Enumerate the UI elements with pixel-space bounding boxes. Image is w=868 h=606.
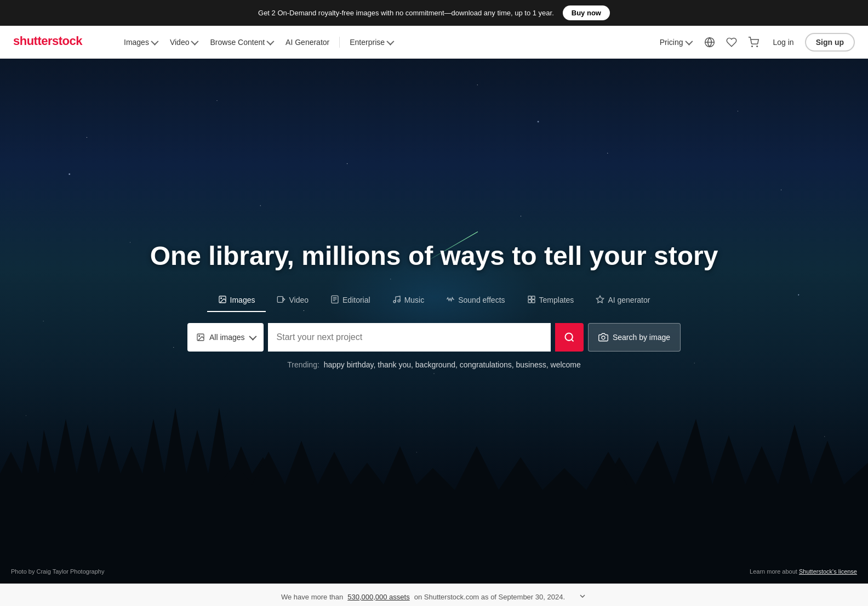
hero-section: One library, millions of ways to tell yo…: [0, 59, 868, 584]
chevron-down-icon: [578, 592, 587, 601]
svg-rect-10: [278, 296, 283, 302]
svg-point-3: [756, 46, 757, 47]
trending-section: Trending: happy birthday, thank you, bac…: [11, 360, 857, 369]
nav-right: Pricing Log in Sign up: [654, 33, 855, 52]
photo-credit-prefix: Photo by: [11, 568, 35, 575]
pricing-chevron-icon: [685, 37, 693, 45]
bottom-text-prefix: We have more than: [281, 593, 343, 601]
svg-point-2: [751, 46, 752, 47]
nav-ai-generator[interactable]: AI Generator: [280, 33, 335, 51]
camera-search-icon: [598, 332, 608, 342]
svg-marker-6: [603, 419, 868, 584]
video-chevron-icon: [191, 37, 199, 45]
assets-count-link[interactable]: 530,000,000 assets: [347, 593, 409, 601]
nav-divider: [339, 37, 340, 48]
svg-point-17: [398, 299, 400, 302]
tab-sound-effects-label: Sound effects: [458, 296, 505, 304]
svg-rect-21: [532, 299, 534, 302]
tab-images[interactable]: Images: [207, 290, 266, 312]
search-type-chevron-icon: [249, 332, 256, 340]
search-by-image-button[interactable]: Search by image: [588, 323, 681, 352]
heart-icon: [726, 37, 737, 48]
photo-credit-author: Craig Taylor Photography: [36, 568, 104, 575]
favorites-icon-button[interactable]: [723, 33, 740, 51]
svg-point-23: [199, 335, 200, 336]
search-bar: All images Search by image: [187, 323, 681, 352]
license-link[interactable]: Shutterstock's license: [799, 568, 857, 575]
search-type-button[interactable]: All images: [187, 323, 264, 352]
tab-sound-effects[interactable]: Sound effects: [435, 290, 516, 312]
trending-item-1[interactable]: thank you,: [378, 360, 413, 369]
tab-editorial[interactable]: Editorial: [319, 290, 381, 312]
nav-video[interactable]: Video: [164, 33, 203, 51]
trending-item-4[interactable]: business,: [516, 360, 549, 369]
learn-more-prefix: Learn more about: [750, 568, 797, 575]
video-tab-icon: [277, 295, 285, 305]
trending-item-3[interactable]: congratulations,: [460, 360, 514, 369]
nav-browse-content[interactable]: Browse Content: [204, 33, 278, 51]
tab-ai-generator-label: AI generator: [608, 296, 650, 304]
svg-point-24: [565, 333, 572, 340]
svg-rect-19: [532, 296, 534, 299]
tab-ai-generator[interactable]: AI generator: [585, 290, 661, 312]
trending-item-2[interactable]: background,: [415, 360, 458, 369]
search-submit-button[interactable]: [555, 323, 584, 352]
tab-editorial-label: Editorial: [342, 296, 370, 304]
tab-video[interactable]: Video: [266, 290, 319, 312]
music-tab-icon: [392, 295, 401, 305]
svg-text:shutterstock: shutterstock: [13, 34, 83, 48]
enterprise-chevron-icon: [386, 37, 394, 45]
svg-marker-7: [411, 446, 630, 584]
buy-now-button[interactable]: Buy now: [563, 5, 610, 20]
search-by-image-label: Search by image: [613, 333, 670, 342]
cart-icon-button[interactable]: [745, 33, 762, 51]
nav-images[interactable]: Images: [118, 33, 162, 51]
images-chevron-icon: [151, 37, 158, 45]
login-button[interactable]: Log in: [767, 33, 801, 51]
waveform-tab-icon: [446, 295, 455, 305]
templates-tab-icon: [527, 295, 536, 305]
search-tabs: Images Video Editorial: [11, 290, 857, 312]
bottom-bar: We have more than 530,000,000 assets on …: [0, 584, 868, 606]
tab-video-label: Video: [289, 296, 309, 304]
browse-chevron-icon: [266, 37, 274, 45]
logo[interactable]: shutterstock: [13, 33, 101, 52]
svg-point-26: [602, 336, 605, 339]
trending-item-0[interactable]: happy birthday,: [324, 360, 376, 369]
svg-line-25: [572, 339, 574, 342]
trending-label: Trending:: [287, 360, 319, 369]
learn-more: Learn more about Shutterstock's license: [750, 568, 857, 575]
tree-silhouettes: [0, 373, 868, 584]
signup-button[interactable]: Sign up: [805, 33, 855, 52]
hero-title: One library, millions of ways to tell yo…: [11, 240, 857, 272]
nav-pricing[interactable]: Pricing: [654, 33, 696, 51]
tab-templates-label: Templates: [539, 296, 574, 304]
photo-credit: Photo by Craig Taylor Photography: [11, 568, 104, 575]
expand-button[interactable]: [578, 592, 587, 602]
editorial-tab-icon: [330, 295, 339, 305]
globe-icon-button[interactable]: [701, 33, 718, 51]
tab-templates[interactable]: Templates: [516, 290, 585, 312]
tab-images-label: Images: [230, 296, 255, 304]
globe-icon: [704, 37, 715, 48]
tab-music[interactable]: Music: [381, 290, 436, 312]
search-icon: [564, 332, 575, 343]
svg-point-9: [220, 297, 221, 298]
top-banner: Get 2 On-Demand royalty-free images with…: [0, 0, 868, 26]
nav-links: Images Video Browse Content AI Generator…: [118, 33, 654, 51]
banner-text: Get 2 On-Demand royalty-free images with…: [258, 9, 554, 17]
image-type-icon: [196, 333, 205, 342]
ai-tab-icon: [596, 295, 604, 305]
search-input[interactable]: [268, 323, 551, 352]
image-tab-icon: [218, 295, 227, 305]
trending-item-5[interactable]: welcome: [551, 360, 581, 369]
svg-rect-18: [528, 296, 531, 299]
nav-enterprise[interactable]: Enterprise: [344, 33, 398, 51]
bottom-text-suffix: on Shutterstock.com as of September 30, …: [414, 593, 565, 601]
cart-icon: [748, 37, 759, 48]
navbar: shutterstock Images Video Browse Content…: [0, 26, 868, 59]
search-type-label: All images: [209, 333, 245, 342]
tab-music-label: Music: [404, 296, 425, 304]
svg-rect-20: [528, 299, 531, 302]
hero-content: One library, millions of ways to tell yo…: [0, 240, 868, 369]
